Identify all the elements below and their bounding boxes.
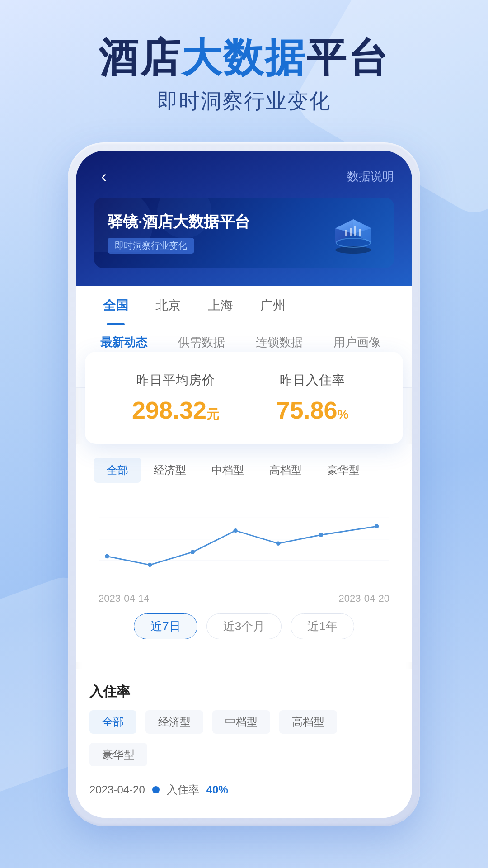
svg-point-12	[105, 554, 109, 558]
main-title: 酒店大数据平台	[99, 36, 389, 80]
filter-all[interactable]: 全部	[94, 458, 141, 483]
time-range-tabs: 近7日 近3个月 近1年	[89, 604, 399, 648]
time-7days[interactable]: 近7日	[134, 613, 197, 639]
legend-value: 40%	[206, 783, 228, 796]
svg-point-13	[148, 563, 152, 567]
title-highlight: 大数据	[182, 35, 306, 80]
svg-point-16	[276, 541, 280, 545]
bottom-filter-economy[interactable]: 经济型	[145, 710, 203, 734]
phone-mockup: ‹ 数据说明 驿镜·酒店大数据平台 即时洞察行业变化	[68, 142, 420, 826]
stat-price: 昨日平均房价 298.32元	[108, 372, 244, 424]
chart-filter-tabs: 全部 经济型 中档型 高档型 豪华型	[89, 458, 399, 483]
tab-shanghai[interactable]: 上海	[194, 286, 247, 325]
filter-economy[interactable]: 经济型	[141, 458, 199, 483]
stats-card: 昨日平均房价 298.32元 昨日入住率 75.86%	[85, 352, 403, 444]
info-date: 2023-04-20	[89, 783, 145, 796]
banner-title: 驿镜·酒店大数据平台	[108, 212, 250, 232]
svg-point-15	[233, 528, 237, 533]
back-button[interactable]: ‹	[94, 167, 114, 187]
price-value: 298.32元	[108, 396, 244, 424]
title-part2: 平台	[306, 35, 389, 80]
app-header: ‹ 数据说明 驿镜·酒店大数据平台 即时洞察行业变化	[76, 151, 412, 286]
bottom-filter-luxury[interactable]: 豪华型	[89, 743, 147, 766]
banner-text: 驿镜·酒店大数据平台 即时洞察行业变化	[108, 212, 250, 254]
title-part1: 酒店	[99, 35, 182, 80]
legend-dot	[152, 786, 160, 793]
filter-midrange[interactable]: 中档型	[199, 458, 257, 483]
city-tabs: 全国 北京 上海 广州	[76, 286, 412, 326]
line-chart	[89, 492, 399, 588]
phone-screen: ‹ 数据说明 驿镜·酒店大数据平台 即时洞察行业变化	[76, 151, 412, 818]
time-3months[interactable]: 近3个月	[206, 613, 282, 639]
banner-tag: 即时洞察行业变化	[108, 238, 194, 254]
header-section: 酒店大数据平台 即时洞察行业变化	[99, 0, 389, 115]
bottom-filter-upscale[interactable]: 高档型	[279, 710, 337, 734]
app-nav: ‹ 数据说明	[94, 167, 394, 187]
app-banner: 驿镜·酒店大数据平台 即时洞察行业变化	[94, 198, 394, 268]
svg-point-18	[375, 524, 379, 528]
bottom-filter-midrange[interactable]: 中档型	[212, 710, 270, 734]
svg-point-14	[191, 550, 195, 554]
tab-all-cities[interactable]: 全国	[89, 286, 142, 325]
legend-label: 入住率	[167, 783, 199, 797]
bottom-filter-row: 全部 经济型 中档型 高档型 豪华型	[89, 710, 399, 766]
section-title: 入住率	[89, 683, 399, 701]
filter-upscale[interactable]: 高档型	[257, 458, 314, 483]
filter-luxury[interactable]: 豪华型	[314, 458, 372, 483]
bottom-filter-all[interactable]: 全部	[89, 710, 136, 734]
data-desc-button[interactable]: 数据说明	[347, 169, 394, 184]
tab-guangzhou[interactable]: 广州	[247, 286, 299, 325]
occupancy-value: 75.86%	[244, 396, 380, 424]
price-label: 昨日平均房价	[108, 372, 244, 389]
svg-point-17	[319, 533, 323, 537]
date-end: 2023-04-20	[338, 593, 389, 604]
date-start: 2023-04-14	[99, 593, 150, 604]
chart-dates: 2023-04-14 2023-04-20	[89, 593, 399, 604]
phone-frame: ‹ 数据说明 驿镜·酒店大数据平台 即时洞察行业变化	[68, 142, 420, 826]
occupancy-label: 昨日入住率	[244, 372, 380, 389]
data-info-row: 2023-04-20 入住率 40%	[89, 775, 399, 804]
banner-icon	[326, 210, 380, 255]
tab-beijing[interactable]: 北京	[142, 286, 194, 325]
subtitle: 即时洞察行业变化	[99, 87, 389, 115]
svg-point-8	[336, 238, 371, 247]
time-1year[interactable]: 近1年	[291, 613, 354, 639]
chart-section: 全部 经济型 中档型 高档型 豪华型	[76, 444, 412, 662]
stat-occupancy: 昨日入住率 75.86%	[244, 372, 380, 424]
bottom-section: 入住率 全部 经济型 中档型 高档型 豪华型 2023-04-20 入住率	[76, 669, 412, 818]
